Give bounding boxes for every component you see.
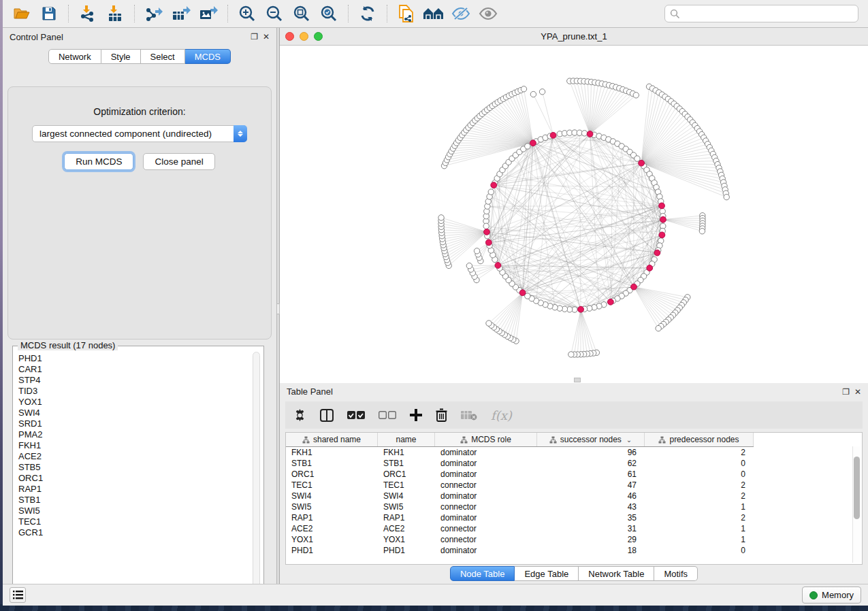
mcds-result-item[interactable]: STB5 (18, 462, 259, 473)
column-header-MCDS-role[interactable]: MCDS role (435, 433, 537, 446)
mcds-dominator-node[interactable] (530, 140, 536, 146)
network-node[interactable] (633, 93, 639, 98)
mcds-dominator-node[interactable] (647, 265, 653, 271)
mcds-result-item[interactable]: SWI4 (18, 408, 259, 418)
mcds-result-item[interactable]: ORC1 (18, 473, 259, 484)
delete-column-icon[interactable] (436, 408, 447, 422)
mcds-result-item[interactable]: PMA2 (18, 429, 259, 440)
mcds-dominator-node[interactable] (660, 216, 666, 222)
column-header-shared-name[interactable]: shared name (286, 433, 378, 446)
mcds-result-item[interactable]: FKH1 (18, 440, 259, 451)
network-node[interactable] (474, 248, 479, 254)
tab-style[interactable]: Style (101, 49, 141, 64)
mcds-dominator-node[interactable] (659, 232, 665, 238)
zoom-in-icon[interactable] (236, 3, 259, 24)
export-network-icon[interactable] (142, 3, 165, 24)
network-node[interactable] (466, 263, 472, 268)
mcds-result-item[interactable]: ACE2 (18, 451, 259, 462)
tab-node-table[interactable]: Node Table (450, 566, 515, 581)
network-node[interactable] (568, 352, 574, 357)
network-node[interactable] (525, 144, 530, 149)
zoom-out-icon[interactable] (263, 3, 286, 24)
copy-share-icon[interactable] (395, 3, 418, 24)
table-scrollbar[interactable] (852, 446, 861, 563)
task-history-button[interactable] (10, 587, 26, 603)
scrollbar-thumb[interactable] (854, 457, 860, 519)
network-node[interactable] (521, 86, 526, 92)
mcds-dominator-node[interactable] (519, 290, 526, 296)
network-node[interactable] (634, 156, 640, 161)
save-session-icon[interactable] (37, 3, 61, 24)
table-row[interactable]: ACE2ACE2connector311 (286, 523, 754, 534)
close-panel-icon[interactable]: ✕ (263, 33, 270, 41)
mcds-result-list[interactable]: PHD1CAR1STP4TID3YOX1SWI4SRD1PMA2FKH1ACE2… (13, 346, 263, 538)
settings-gear-icon[interactable] (293, 409, 306, 422)
optimization-criterion-select[interactable]: largest connected component (undirected) (32, 125, 247, 142)
table-row[interactable]: YOX1YOX1connector291 (286, 534, 754, 545)
add-column-icon[interactable] (410, 409, 422, 421)
mcds-dominator-node[interactable] (631, 284, 637, 290)
table-row[interactable]: FKH1FKH1dominator962 (286, 447, 754, 458)
show-all-icon[interactable] (477, 3, 500, 24)
tab-motifs[interactable]: Motifs (654, 566, 698, 581)
table-row[interactable]: SWI4SWI4dominator462 (286, 491, 754, 501)
mcds-dominator-node[interactable] (607, 299, 613, 305)
close-window-button[interactable] (285, 32, 294, 41)
mcds-result-item[interactable]: CAR1 (18, 364, 259, 375)
network-node[interactable] (483, 223, 489, 229)
table-row[interactable]: RAP1RAP1dominator352 (286, 512, 754, 523)
tab-network-table[interactable]: Network Table (579, 566, 654, 581)
mcds-dominator-node[interactable] (485, 240, 492, 246)
mcds-result-item[interactable]: STB1 (18, 495, 259, 506)
close-panel-button[interactable]: Close panel (143, 153, 214, 170)
zoom-selected-icon[interactable] (317, 3, 340, 24)
network-node[interactable] (656, 325, 661, 331)
network-node[interactable] (581, 131, 587, 136)
network-window-titlebar[interactable]: YPA_prune.txt_1 (280, 28, 868, 46)
deselect-checkboxes-icon[interactable] (379, 410, 396, 420)
maximize-window-button[interactable] (314, 32, 323, 41)
table-row[interactable]: TEC1TEC1connector472 (286, 480, 754, 491)
mcds-dominator-node[interactable] (484, 229, 490, 235)
network-node[interactable] (488, 189, 494, 195)
network-node[interactable] (539, 89, 545, 95)
column-header-predecessor-nodes[interactable]: predecessor nodes (645, 433, 754, 446)
network-view-canvas[interactable] (280, 46, 868, 383)
open-file-icon[interactable] (10, 3, 33, 24)
mcds-dominator-node[interactable] (550, 132, 556, 138)
import-table-icon[interactable] (103, 3, 127, 24)
table-row[interactable]: STB1STB1dominator620 (286, 458, 754, 469)
tab-select[interactable]: Select (141, 49, 185, 64)
export-image-icon[interactable] (197, 3, 220, 24)
search-input[interactable] (664, 5, 858, 22)
mcds-dominator-node[interactable] (639, 160, 645, 166)
network-graph[interactable] (280, 46, 868, 383)
network-node[interactable] (724, 194, 729, 199)
mcds-result-item[interactable]: PHD1 (18, 353, 259, 364)
mcds-result-item[interactable]: TID3 (18, 386, 259, 397)
mcds-result-item[interactable]: RAP1 (18, 484, 259, 495)
refresh-icon[interactable] (356, 3, 379, 24)
mcds-result-item[interactable]: SWI5 (18, 506, 259, 516)
table-row[interactable]: ORC1ORC1dominator610 (286, 469, 754, 480)
table-row[interactable]: PHD1PHD1dominator180 (286, 545, 754, 556)
run-mcds-button[interactable]: Run MCDS (64, 153, 133, 170)
minimize-window-button[interactable] (300, 32, 308, 41)
zoom-fit-icon[interactable] (290, 3, 313, 24)
close-table-panel-icon[interactable]: ✕ (854, 388, 861, 396)
mcds-result-item[interactable]: YOX1 (18, 397, 259, 408)
mcds-dominator-node[interactable] (578, 306, 584, 312)
tab-network[interactable]: Network (48, 49, 101, 64)
mcds-result-item[interactable]: TEC1 (18, 516, 259, 527)
mcds-result-item[interactable]: SRD1 (18, 418, 259, 429)
hide-selected-icon[interactable] (449, 3, 472, 24)
network-node[interactable] (699, 229, 705, 234)
mcds-dominator-node[interactable] (491, 182, 497, 188)
export-table-icon[interactable] (170, 3, 193, 24)
mcds-dominator-node[interactable] (587, 131, 593, 137)
column-header-successor-nodes[interactable]: successor nodes⌄ (537, 433, 645, 446)
float-panel-icon[interactable]: ❐ (251, 33, 258, 41)
result-scrollbar[interactable] (253, 352, 260, 592)
select-all-checkboxes-icon[interactable] (347, 410, 365, 420)
network-node[interactable] (438, 215, 444, 220)
